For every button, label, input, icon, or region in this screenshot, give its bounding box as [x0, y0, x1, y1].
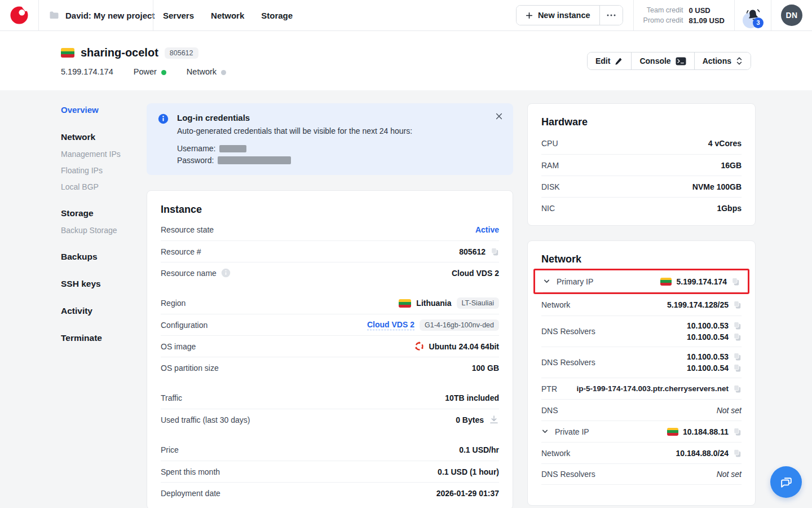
credits-summary: Team credit 0 USD Promo credit 81.09 USD: [634, 6, 734, 25]
power-status-dot: [161, 70, 166, 75]
copy-button[interactable]: [733, 364, 742, 373]
row-label: OS partition size: [161, 364, 219, 373]
row-label: DNS: [541, 406, 558, 415]
row-label: DISK: [541, 182, 560, 191]
sidebar-item-network[interactable]: Network: [61, 132, 140, 142]
instance-card: Instance Resource state Active Resource …: [147, 190, 513, 508]
configuration-link[interactable]: Cloud VDS 2: [367, 320, 414, 330]
dns-value: Not set: [717, 406, 742, 415]
main-content: Log-in credentials Auto-generated creden…: [147, 103, 513, 508]
row-label: Traffic: [161, 393, 182, 402]
used-traffic-value: 0 Bytes: [456, 415, 484, 424]
resource-name-row: Resource name Cloud VDS 2: [161, 262, 499, 283]
primary-ip-row: Primary IP 5.199.174.174: [543, 271, 740, 292]
promo-credit-label: Promo credit: [643, 16, 683, 24]
ubuntu-icon: [414, 341, 424, 351]
folder-icon: [49, 11, 59, 20]
sidebar-item-ssh-keys[interactable]: SSH keys: [61, 279, 140, 289]
network-status: Network: [187, 67, 226, 76]
sidebar-item-backup-storage[interactable]: Backup Storage: [61, 226, 140, 235]
copy-button[interactable]: [491, 247, 499, 256]
nav-servers[interactable]: Servers: [163, 11, 194, 20]
collapse-private-ip-button[interactable]: [541, 428, 549, 435]
private-dns-resolvers-row: DNS Resolvers Not set: [541, 463, 742, 485]
new-instance-group: New instance: [516, 5, 623, 25]
copy-button[interactable]: [733, 352, 742, 361]
configuration-badge: G1-4-16gb-100nv-ded: [420, 319, 499, 331]
collapse-primary-ip-button[interactable]: [543, 278, 550, 285]
copy-button[interactable]: [733, 384, 742, 393]
sidebar: Overview Network Management IPs Floating…: [61, 105, 140, 343]
new-instance-button[interactable]: New instance: [517, 6, 599, 25]
notifications-button[interactable]: 3: [735, 8, 771, 23]
up-down-chevrons-icon: [736, 56, 743, 65]
terminal-icon: [676, 57, 686, 65]
sidebar-item-local-bgp[interactable]: Local BGP: [61, 182, 140, 191]
public-network-row: Network 5.199.174.128/25: [541, 294, 742, 316]
nav-storage[interactable]: Storage: [261, 11, 293, 20]
nav-network[interactable]: Network: [211, 11, 244, 20]
hardware-card: Hardware CPU 4 vCores RAM 16GB DISK NVMe…: [527, 103, 756, 226]
copy-button[interactable]: [733, 321, 742, 330]
new-instance-more-button[interactable]: [599, 6, 623, 25]
sidebar-item-storage[interactable]: Storage: [61, 208, 140, 218]
promo-credit-value: 81.09 USD: [689, 16, 725, 25]
avatar[interactable]: DN: [781, 5, 802, 26]
row-label: DNS Resolvers: [541, 358, 595, 367]
private-ip-row: Private IP 10.184.88.11: [541, 421, 742, 442]
sidebar-item-floating-ips[interactable]: Floating IPs: [61, 166, 140, 175]
copy-button[interactable]: [731, 277, 740, 286]
project-selector[interactable]: David: My new project: [39, 11, 153, 20]
password-label: Password:: [177, 156, 214, 165]
console-label: Console: [639, 56, 670, 65]
actions-button[interactable]: Actions: [694, 52, 751, 69]
nic-value: 1Gbps: [717, 204, 742, 213]
brand-logo[interactable]: [0, 5, 38, 26]
server-header: sharing-ocelot 805612 5.199.174.174 Powe…: [0, 31, 812, 90]
traffic-value: 10TB included: [445, 393, 499, 402]
sidebar-item-activity[interactable]: Activity: [61, 306, 140, 316]
nic-row: NIC 1Gbps: [541, 197, 742, 218]
cpu-row: CPU 4 vCores: [541, 133, 742, 154]
private-ip-label: Private IP: [555, 427, 589, 436]
cpu-value: 4 vCores: [708, 139, 742, 148]
sidebar-item-overview[interactable]: Overview: [61, 105, 140, 115]
console-button[interactable]: Console: [631, 52, 694, 69]
project-name: David: My new project: [65, 11, 155, 20]
chat-button[interactable]: [770, 466, 802, 498]
info-tooltip-icon[interactable]: [221, 268, 231, 278]
actions-label: Actions: [703, 56, 731, 65]
region-row: Region Lithuania LT-Siauliai: [161, 292, 499, 314]
row-label: CPU: [541, 139, 558, 148]
sidebar-item-backups[interactable]: Backups: [61, 252, 140, 262]
lithuania-flag-icon: [660, 278, 672, 286]
copy-icon: [491, 247, 499, 256]
copy-button[interactable]: [733, 449, 742, 458]
row-label: Deployment date: [161, 489, 220, 498]
new-instance-label: New instance: [538, 11, 590, 20]
sidebar-item-management-ips[interactable]: Management IPs: [61, 150, 140, 159]
download-traffic-button[interactable]: [489, 415, 499, 424]
os-partition-row: OS partition size 100 GB: [161, 357, 499, 378]
copy-button[interactable]: [733, 300, 742, 309]
instance-card-title: Instance: [161, 204, 499, 216]
ellipsis-icon: [607, 14, 616, 16]
os-image-value: Ubuntu 24.04 64bit: [429, 342, 499, 351]
primary-ip-value: 5.199.174.174: [676, 277, 727, 286]
copy-icon: [733, 384, 742, 393]
row-label: Resource #: [161, 247, 201, 256]
copy-button[interactable]: [733, 332, 742, 341]
copy-icon: [733, 449, 742, 458]
copy-icon: [733, 364, 742, 373]
edit-button[interactable]: Edit: [588, 52, 631, 69]
price-value: 0.1 USD/hr: [459, 445, 499, 454]
row-label: Configuration: [161, 321, 208, 330]
banner-close-button[interactable]: [493, 111, 505, 122]
disk-value: NVMe 100GB: [692, 182, 742, 191]
resource-state-value[interactable]: Active: [475, 225, 499, 234]
configuration-row: Configuration Cloud VDS 2 G1-4-16gb-100n…: [161, 314, 499, 335]
sidebar-item-terminate[interactable]: Terminate: [61, 333, 140, 343]
private-network-value: 10.184.88.0/24: [676, 449, 729, 458]
copy-button[interactable]: [733, 427, 742, 436]
power-status: Power: [134, 67, 166, 76]
